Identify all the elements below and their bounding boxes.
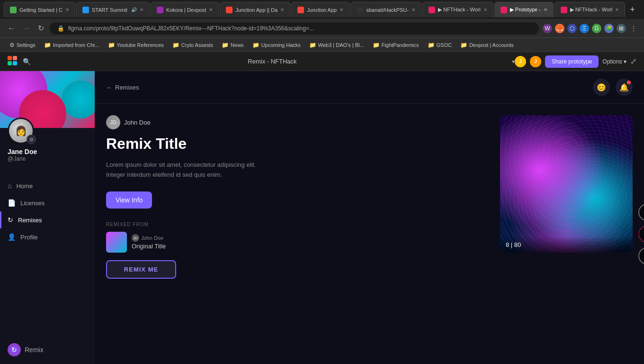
search-icon[interactable]: 🔍 [23, 58, 31, 65]
artwork-container: 8 | 80 ▲ ♥ ▼ [500, 115, 633, 353]
downvote-button[interactable]: ▼ [638, 247, 644, 264]
bookmark-imported[interactable]: 📁 Imported from Chr... [40, 41, 103, 49]
sidebar-item-home[interactable]: ⌂ Home [0, 177, 95, 194]
home-icon: ⌂ [8, 182, 11, 190]
browser-action-2[interactable]: 🦊 [555, 24, 564, 33]
artwork-stats-bar: 8 | 80 [500, 237, 633, 253]
fullscreen-button[interactable]: ⤢ [630, 57, 636, 66]
browser-action-3[interactable]: ⬡ [567, 24, 577, 33]
tab-github[interactable]: sbanati/HackPSU- ✕ [350, 2, 421, 17]
bookmark-devpost[interactable]: 📁 Devpost | Accounts [456, 41, 518, 49]
user-handle: @Jane [8, 155, 26, 162]
remixes-icon: ↻ [8, 216, 13, 224]
url-text: figma.com/proto/9tpTkdOuwqPBALJ82x5EKY/R… [68, 25, 314, 32]
svg-rect-2 [8, 61, 12, 65]
figma-toolbar: 🔍 Remix - NFTHack ▾ J J Share prototype … [0, 52, 644, 71]
browser-action-6[interactable]: 🧩 [604, 24, 614, 33]
svg-rect-3 [13, 61, 17, 65]
figma-logo-icon[interactable] [8, 56, 17, 67]
discord-icon-button[interactable]: 😊 [593, 79, 610, 96]
home-label: Home [16, 182, 33, 190]
browser-action-5[interactable]: G [592, 24, 601, 33]
original-author-avatar: JD [132, 234, 139, 242]
browser-action-4[interactable]: Ξ [580, 24, 589, 33]
user-name: Jane Doe [8, 148, 37, 155]
bookmark-fight-pandemics[interactable]: 📁 FightPandemics [369, 41, 423, 49]
settings-icon[interactable]: ⚙ [27, 135, 36, 144]
options-button[interactable]: Options ▾ [602, 58, 626, 65]
url-bar[interactable]: 🔒 figma.com/proto/9tpTkdOuwqPBALJ82x5EKY… [50, 22, 539, 35]
panel-header: ← Remixes 😊 🔔 [95, 71, 644, 104]
tab-nfthack-2[interactable]: ▶ NFTHack - Worl ✕ [555, 2, 626, 17]
tab-prototype[interactable]: ▶ Prototype - ✕ [494, 2, 554, 17]
bookmarks-bar: ⚙ Settings 📁 Imported from Chr... 📁 Yout… [0, 38, 644, 52]
licenses-icon: 📄 [8, 199, 16, 207]
bookmark-crypto[interactable]: 📁 Cryto Assests [169, 41, 217, 49]
remixes-label: Remixes [18, 217, 42, 224]
brand-logo: ↻ [8, 343, 21, 356]
main-panel: ← Remixes 😊 🔔 JD John Doe [95, 71, 644, 364]
tab-junction-app-2[interactable]: Junction App ✕ [291, 2, 349, 17]
reload-button[interactable]: ↻ [36, 22, 46, 35]
back-button[interactable]: ← [6, 22, 17, 35]
bookmark-upcoming-hacks[interactable]: 📁 Upcoming Hacks [249, 41, 304, 49]
profile-label: Profile [20, 234, 38, 241]
bookmark-youtube[interactable]: 📁 Youtube References [104, 41, 168, 49]
upvote-button[interactable]: ▲ [638, 204, 644, 221]
remixed-from-label: REMIXED FROM [106, 222, 489, 227]
sidebar: 👩 ⚙ Jane Doe @Jane ⌂ Home 📄 Licenses ↻ R… [0, 71, 95, 364]
original-title: Original Title [132, 243, 166, 250]
bookmark-gsoc[interactable]: 📁 GSOC [424, 41, 456, 49]
back-to-remixes[interactable]: ← Remixes [106, 84, 139, 91]
remix-title: Remix Title [106, 135, 489, 153]
original-track-row: JD John Doe Original Title [106, 232, 489, 253]
notification-button[interactable]: 🔔 [616, 79, 633, 96]
tab-getting-started[interactable]: Getting Started | C ✕ [4, 2, 75, 17]
remix-me-button[interactable]: REMIX ME [106, 260, 176, 279]
browser-overflow-menu[interactable]: ⋮ [629, 24, 638, 33]
app-frame: 👩 ⚙ Jane Doe @Jane ⌂ Home 📄 Licenses ↻ R… [0, 71, 644, 364]
tab-nfthack-1[interactable]: ▶ NFTHack - Worl ✕ [422, 2, 493, 17]
avatar-wrapper: 👩 ⚙ [8, 118, 34, 144]
bookmark-news[interactable]: 📁 News [218, 41, 248, 49]
discord-icon: 😊 [597, 83, 606, 92]
author-avatar: JD [106, 115, 120, 129]
profile-icon: 👤 [8, 233, 16, 241]
brand-name: Remix [25, 346, 44, 354]
browser-action-7[interactable]: ⊞ [617, 24, 626, 33]
forward-button[interactable]: → [21, 22, 32, 35]
sidebar-item-licenses[interactable]: 📄 Licenses [0, 194, 95, 211]
figma-title: Remix - NFTHack [35, 58, 510, 65]
back-arrow-icon: ← [106, 84, 112, 91]
content-area: JD John Doe Remix Title Lorem ipsum dolo… [95, 104, 644, 364]
address-bar: ← → ↻ 🔒 figma.com/proto/9tpTkdOuwqPBALJ8… [0, 19, 644, 38]
tab-kokora[interactable]: Kokora | Devpost ✕ [151, 2, 219, 17]
artwork-panel: 8 | 80 ▲ ♥ ▼ [500, 115, 633, 353]
view-info-button[interactable]: View Info [106, 191, 152, 209]
remix-info-section: JD John Doe Remix Title Lorem ipsum dolo… [106, 115, 489, 353]
remix-author-row: JD John Doe [106, 115, 489, 129]
tab-start-summit[interactable]: START Summit 🔊 ✕ [76, 2, 150, 17]
share-prototype-button[interactable]: Share prototype [545, 55, 599, 68]
like-button[interactable]: ♥ [638, 226, 644, 243]
svg-rect-0 [8, 56, 12, 60]
sidebar-footer: ↻ Remix [0, 336, 95, 364]
browser-action-1[interactable]: W [543, 24, 552, 33]
user-info-section: 👩 ⚙ Jane Doe @Jane [0, 114, 95, 170]
figma-avatar-1: J [515, 56, 526, 67]
licenses-label: Licenses [20, 200, 45, 207]
vote-buttons-group: ▲ ♥ ▼ [638, 204, 644, 264]
author-name: John Doe [124, 119, 151, 126]
tab-junction-app-1[interactable]: Junction App || Da ✕ [220, 2, 290, 17]
bookmark-settings[interactable]: ⚙ Settings [6, 41, 39, 49]
original-thumbnail [106, 232, 127, 253]
bookmark-web3[interactable]: 📁 Web3 | DAO's | Bl... [305, 41, 368, 49]
sidebar-nav: ⌂ Home 📄 Licenses ↻ Remixes 👤 Profile [0, 177, 95, 336]
sidebar-item-profile[interactable]: 👤 Profile [0, 228, 95, 246]
browser-chrome: Getting Started | C ✕ START Summit 🔊 ✕ K… [0, 0, 644, 71]
new-tab-button[interactable]: + [626, 5, 639, 15]
remixed-from-section: REMIXED FROM JD John Doe Original Title [106, 222, 489, 253]
back-label: Remixes [115, 84, 139, 91]
notification-dot [627, 81, 631, 84]
sidebar-item-remixes[interactable]: ↻ Remixes [0, 211, 95, 228]
